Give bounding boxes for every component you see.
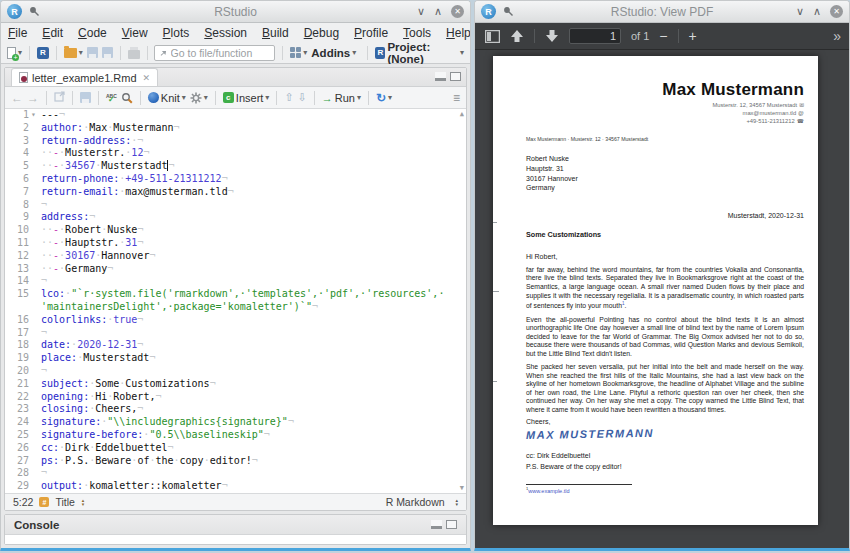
code-line[interactable]: 16colorlinks:·true¬ bbox=[5, 314, 466, 327]
console-minimize-icon[interactable] bbox=[431, 520, 442, 529]
code-line[interactable]: 18date:·2020-12-31¬ bbox=[5, 339, 466, 352]
forward-icon[interactable]: → bbox=[27, 91, 39, 105]
menu-debug[interactable]: Debug bbox=[304, 26, 339, 40]
file-type-selector[interactable]: R Markdown ▴▾ bbox=[386, 496, 458, 508]
pdf-scroll-area[interactable]: Max Mustermann Musterstr. 12, 34567 Must… bbox=[475, 50, 849, 548]
save-document-button[interactable] bbox=[80, 92, 91, 103]
code-line[interactable]: 24signature:·"\\includegraphics{signatur… bbox=[5, 416, 466, 429]
print-button[interactable] bbox=[128, 47, 140, 59]
outline-icon[interactable]: ≡ bbox=[453, 91, 460, 105]
page-number-input[interactable] bbox=[569, 28, 621, 44]
code-line[interactable]: 22opening:·Hi·Robert,¬ bbox=[5, 391, 466, 404]
maximize-icon[interactable]: ∧ bbox=[434, 6, 442, 17]
page-up-icon[interactable] bbox=[510, 29, 524, 43]
code-line[interactable]: 12··-·30167·Hannover¬ bbox=[5, 250, 466, 263]
menu-file[interactable]: File bbox=[8, 26, 27, 40]
footnote-link[interactable]: 1www.example.tld bbox=[526, 486, 804, 494]
code-line[interactable]: 29output:·komaletter::komaletter¬ bbox=[5, 480, 466, 493]
console-body[interactable] bbox=[5, 535, 466, 544]
code-line[interactable]: 6return-phone:·+49-511-21311212¬ bbox=[5, 173, 466, 186]
more-tools-icon[interactable]: » bbox=[833, 28, 839, 44]
run-button[interactable]: →Run▾ bbox=[322, 92, 361, 104]
back-icon[interactable]: ← bbox=[11, 91, 23, 105]
code-line[interactable]: 21subject:·Some·Customizations¬ bbox=[5, 378, 466, 391]
spellcheck-icon[interactable]: ABC✓ bbox=[106, 94, 117, 102]
code-line[interactable]: 8¬ bbox=[5, 199, 466, 212]
maximize-icon[interactable]: ∧ bbox=[813, 6, 821, 17]
code-line[interactable]: 25signature-before:·"0.5\\baselineskip"¬ bbox=[5, 429, 466, 442]
fold-icon[interactable]: ▾ bbox=[31, 109, 41, 122]
code-line[interactable]: 7return-email:·max@musterman.tld¬ bbox=[5, 186, 466, 199]
insert-chunk-icon: c bbox=[223, 92, 234, 103]
code-line[interactable]: 19place:·Musterstadt¬ bbox=[5, 352, 466, 365]
console-maximize-icon[interactable] bbox=[446, 520, 457, 529]
zoom-in-icon[interactable]: + bbox=[689, 29, 697, 43]
minimize-icon[interactable]: ∨ bbox=[417, 6, 425, 17]
code-line[interactable]: 14¬ bbox=[5, 275, 466, 288]
code-line[interactable]: 9address:¬ bbox=[5, 211, 466, 224]
code-line[interactable]: 4··-·Musterstr.·12¬ bbox=[5, 147, 466, 160]
code-line[interactable]: 1▾---¬ bbox=[5, 109, 466, 122]
titlebar[interactable]: R RStudio ∨ ∧ ✕ bbox=[1, 1, 470, 23]
knit-options-button[interactable]: ▾ bbox=[190, 92, 208, 104]
save-button[interactable] bbox=[87, 47, 98, 58]
letter-recipient-line: 30167 Hannover bbox=[526, 174, 804, 184]
run-previous-icon[interactable]: ⇧ bbox=[284, 91, 293, 104]
code-line[interactable]: 17¬ bbox=[5, 327, 466, 340]
code-line[interactable]: 13··-·Germany¬ bbox=[5, 263, 466, 276]
menu-view[interactable]: View bbox=[122, 26, 148, 40]
knit-button[interactable]: Knit▾ bbox=[148, 92, 186, 104]
scroll-up-icon[interactable]: ▲ bbox=[460, 110, 464, 118]
menu-session[interactable]: Session bbox=[204, 26, 247, 40]
pane-maximize-icon[interactable] bbox=[450, 72, 461, 81]
new-project-button[interactable]: R bbox=[37, 47, 49, 59]
code-line[interactable]: 27ps:·P.S.·Beware·of·the·copy·editor!¬ bbox=[5, 455, 466, 468]
code-line[interactable]: 20¬ bbox=[5, 365, 466, 378]
pane-layout-button[interactable]: ▾ bbox=[290, 47, 307, 58]
phone-icon bbox=[795, 118, 804, 124]
insert-chunk-button[interactable]: cInsert▾ bbox=[223, 92, 270, 104]
close-icon[interactable]: ✕ bbox=[830, 5, 843, 18]
code-line[interactable]: 5··-·34567·Musterstadt¬ bbox=[5, 160, 466, 173]
code-line[interactable]: 11··-·Hauptstr.·31¬ bbox=[5, 237, 466, 250]
close-icon[interactable]: ✕ bbox=[451, 5, 464, 18]
menu-code[interactable]: Code bbox=[78, 26, 107, 40]
project-selector[interactable]: RProject: (None)▾ bbox=[375, 41, 464, 65]
run-next-icon[interactable]: ⇩ bbox=[298, 91, 307, 104]
menu-edit[interactable]: Edit bbox=[42, 26, 63, 40]
addins-button[interactable]: Addins▾ bbox=[311, 47, 356, 59]
titlebar[interactable]: R RStudio: View PDF ∨ ∧ ✕ bbox=[475, 1, 849, 23]
menu-profile[interactable]: Profile bbox=[354, 26, 388, 40]
code-line[interactable]: 3return-address:·¬ bbox=[5, 135, 466, 148]
section-selector[interactable]: Title ▴▾ bbox=[55, 496, 84, 508]
minimize-icon[interactable]: ∨ bbox=[796, 6, 804, 17]
goto-file-input[interactable] bbox=[171, 47, 271, 59]
pin-icon[interactable] bbox=[503, 6, 514, 17]
code-line[interactable]: 28¬ bbox=[5, 467, 466, 480]
menu-tools[interactable]: Tools bbox=[403, 26, 431, 40]
tab-letter-example1[interactable]: letter_example1.Rmd ✕ bbox=[11, 68, 158, 86]
sidebar-toggle-icon[interactable] bbox=[485, 30, 500, 43]
code-line[interactable]: 'maintainersDelight',·package='komalette… bbox=[5, 301, 466, 314]
scroll-down-icon[interactable]: ▼ bbox=[460, 484, 464, 492]
tab-close-icon[interactable]: ✕ bbox=[143, 73, 151, 83]
code-line[interactable]: 15lco:·"`r·system.file('rmarkdown',·'tem… bbox=[5, 288, 466, 301]
code-line[interactable]: 2author:·Max·Mustermann¬ bbox=[5, 122, 466, 135]
rerun-button[interactable]: ↻▾ bbox=[376, 91, 392, 105]
menu-plots[interactable]: Plots bbox=[163, 26, 190, 40]
code-line[interactable]: 10··-·Robert·Nuske¬ bbox=[5, 224, 466, 237]
pin-icon[interactable] bbox=[29, 6, 40, 17]
open-file-button[interactable]: ▾ bbox=[64, 48, 83, 58]
new-file-button[interactable]: +▾ bbox=[7, 47, 22, 59]
popout-icon[interactable] bbox=[54, 91, 65, 104]
code-line[interactable]: 23closing:·Cheers,¬ bbox=[5, 403, 466, 416]
zoom-out-icon[interactable]: − bbox=[659, 29, 667, 43]
menu-build[interactable]: Build bbox=[262, 26, 289, 40]
save-all-button[interactable] bbox=[102, 47, 113, 58]
code-line[interactable]: 26cc:·Dirk·Eddelbuettel¬ bbox=[5, 442, 466, 455]
code-editor[interactable]: 1▾---¬2author:·Max·Mustermann¬3return-ad… bbox=[5, 109, 466, 493]
pane-minimize-icon[interactable] bbox=[435, 72, 446, 81]
page-down-icon[interactable] bbox=[545, 29, 559, 43]
menu-help[interactable]: Help bbox=[446, 26, 471, 40]
search-icon[interactable] bbox=[121, 92, 133, 104]
